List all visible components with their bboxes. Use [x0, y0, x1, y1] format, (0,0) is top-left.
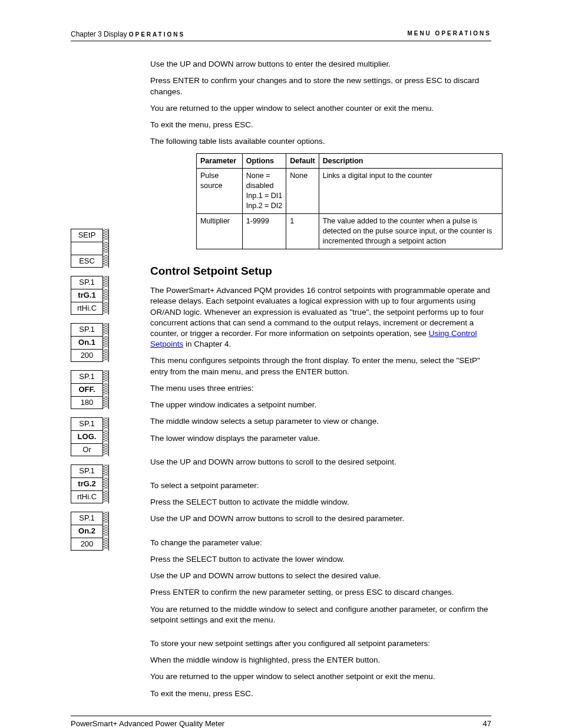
display-value: 180	[71, 396, 103, 409]
display-value: 200	[71, 349, 103, 362]
display-row	[71, 242, 109, 255]
display-row: rtHi.C	[71, 490, 109, 503]
header-right: MENU OPERATIONS	[407, 29, 491, 39]
paragraph: To exit the menu, press ESC.	[150, 120, 491, 130]
paragraph: When the middle window is highlighted, p…	[150, 655, 491, 666]
display-value: rtHi.C	[71, 490, 103, 503]
display-sidebar: SEtPESCSP.1trG.1rtHi.CSP.1On.1200SP.1OFF…	[71, 229, 109, 559]
paragraph: To store your new setpoint settings afte…	[150, 638, 491, 649]
paragraph: The lower window displays the parameter …	[150, 433, 491, 444]
display-value: LOG.	[71, 430, 103, 443]
display-value: SP.1	[71, 276, 103, 289]
display-row: SP.1	[71, 417, 109, 430]
table-row: Multiplier1-99991The value added to the …	[197, 213, 503, 249]
arrow-hatch-icon	[103, 417, 109, 430]
arrow-hatch-icon	[103, 525, 109, 538]
display-group: SP.1trG.2rtHi.C	[71, 465, 109, 503]
table-header: Default	[286, 153, 319, 169]
paragraph: Use the UP and DOWN arrow buttons to scr…	[150, 513, 491, 524]
arrow-hatch-icon	[103, 396, 109, 409]
display-row: 180	[71, 396, 109, 409]
display-value: SP.1	[71, 370, 103, 383]
display-value: 200	[71, 538, 103, 551]
display-value: SP.1	[71, 512, 103, 525]
paragraph: You are returned to the upper window to …	[150, 671, 491, 682]
arrow-hatch-icon	[103, 323, 109, 336]
display-row: On.2	[71, 525, 109, 538]
arrow-hatch-icon	[103, 465, 109, 477]
paragraph: To exit the menu, press ESC.	[150, 689, 491, 699]
display-row: ESC	[71, 255, 109, 268]
arrow-hatch-icon	[103, 255, 109, 268]
table-row: Pulse sourceNone = disabled Inp.1 = DI1 …	[197, 169, 503, 214]
display-group: SP.1trG.1rtHi.C	[71, 276, 109, 315]
paragraph: The upper window indicates a setpoint nu…	[150, 400, 491, 410]
section-heading: Control Setpoint Setup	[150, 263, 491, 279]
display-row: trG.1	[71, 289, 109, 302]
display-value: On.2	[71, 525, 103, 538]
arrow-hatch-icon	[103, 430, 109, 443]
arrow-hatch-icon	[103, 370, 109, 383]
paragraph: To select a setpoint parameter:	[150, 480, 491, 491]
arrow-hatch-icon	[103, 490, 109, 503]
display-row: SP.1	[71, 276, 109, 289]
table-cell: Links a digital input to the counter	[319, 169, 502, 214]
display-value: OFF.	[71, 383, 103, 396]
display-row: 200	[71, 538, 109, 551]
paragraph: Press ENTER to confirm the new parameter…	[150, 587, 491, 598]
table-cell: 1	[286, 213, 319, 249]
display-value: Or	[71, 443, 103, 456]
display-group: SP.1On.2200	[71, 512, 109, 551]
display-value: SP.1	[71, 465, 103, 477]
arrow-hatch-icon	[103, 477, 109, 490]
display-row: SP.1	[71, 512, 109, 525]
display-row: rtHi.C	[71, 302, 109, 315]
paragraph: Press the SELECT button to activate the …	[150, 497, 491, 508]
arrow-hatch-icon	[103, 349, 109, 362]
display-value: ESC	[71, 255, 103, 268]
display-row: 200	[71, 349, 109, 362]
header-chapter: Chapter 3 Display	[71, 30, 129, 38]
table-cell: The value added to the counter when a pu…	[319, 213, 502, 249]
arrow-hatch-icon	[103, 229, 109, 242]
table-cell: Multiplier	[197, 213, 243, 249]
display-row: LOG.	[71, 430, 109, 443]
paragraph: The following table lists available coun…	[150, 136, 491, 147]
display-row: SP.1	[71, 465, 109, 477]
paragraph: Use the UP and DOWN arrow buttons to ent…	[150, 59, 491, 70]
arrow-hatch-icon	[103, 512, 109, 525]
table-cell: None = disabled Inp.1 = DI1 Inp.2 = DI2	[242, 169, 286, 214]
display-row: OFF.	[71, 383, 109, 396]
display-group: SEtPESC	[71, 229, 109, 268]
header-operations: OPERATIONS	[129, 31, 185, 38]
page-number: 47	[483, 719, 491, 728]
display-group: SP.1LOG.Or	[71, 417, 109, 456]
options-table: ParameterOptionsDefaultDescription Pulse…	[196, 153, 503, 249]
display-value: SP.1	[71, 417, 103, 430]
display-row: SP.1	[71, 370, 109, 383]
main-content: Use the UP and DOWN arrow buttons to ent…	[150, 59, 491, 699]
display-row: Or	[71, 443, 109, 456]
page-header: Chapter 3 Display OPERATIONS MENU OPERAT…	[71, 29, 491, 41]
para-text-after: in Chapter 4.	[183, 340, 231, 348]
table-cell: Pulse source	[197, 169, 243, 214]
display-row: SEtP	[71, 229, 109, 242]
display-value: rtHi.C	[71, 302, 103, 315]
paragraph: Use the UP and DOWN arrow buttons to sel…	[150, 571, 491, 581]
display-row: On.1	[71, 336, 109, 349]
arrow-hatch-icon	[103, 276, 109, 289]
page-footer: PowerSmart+ Advanced Power Quality Meter…	[71, 716, 491, 728]
display-row: trG.2	[71, 477, 109, 490]
table-cell: 1-9999	[242, 213, 286, 249]
arrow-hatch-icon	[103, 242, 109, 255]
display-value: trG.1	[71, 289, 103, 302]
arrow-hatch-icon	[103, 289, 109, 302]
display-value: SP.1	[71, 323, 103, 336]
table-header: Parameter	[197, 153, 243, 169]
display-row: SP.1	[71, 323, 109, 336]
arrow-hatch-icon	[103, 443, 109, 456]
table-cell: None	[286, 169, 319, 214]
display-value	[71, 242, 103, 255]
arrow-hatch-icon	[103, 538, 109, 551]
arrow-hatch-icon	[103, 383, 109, 396]
